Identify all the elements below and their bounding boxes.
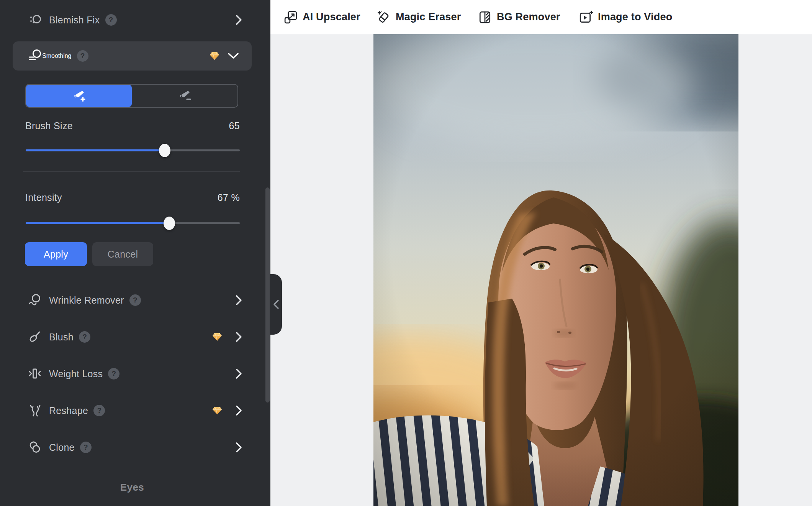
intensity-value: 67 % bbox=[218, 192, 240, 203]
section-header-eyes: Eyes bbox=[0, 481, 264, 493]
ai-upscaler-icon bbox=[284, 10, 298, 24]
premium-gem-icon bbox=[210, 51, 219, 61]
sidebar-item-blemish-fix[interactable]: Blemish Fix ? bbox=[0, 8, 270, 32]
weight-loss-icon bbox=[28, 366, 43, 381]
chevron-right-icon bbox=[236, 332, 242, 342]
sidebar-collapse-tab[interactable] bbox=[270, 274, 282, 335]
sidebar-item-reshape[interactable]: Reshape ? bbox=[0, 398, 270, 423]
apply-button[interactable]: Apply bbox=[25, 242, 87, 266]
portrait-photo-art bbox=[373, 34, 738, 506]
panel-divider bbox=[23, 171, 240, 172]
toolbar-item-label: AI Upscaler bbox=[303, 11, 360, 23]
portrait-photo[interactable] bbox=[373, 34, 738, 506]
help-icon[interactable]: ? bbox=[108, 368, 120, 380]
blush-icon bbox=[28, 329, 43, 345]
sidebar-item-smoothing[interactable]: Smoothing ? bbox=[13, 41, 252, 71]
brush-erase-button[interactable] bbox=[132, 85, 237, 107]
photo-editor-app: Blemish Fix ? Smoothing ? bbox=[0, 0, 812, 506]
premium-gem-icon bbox=[212, 332, 222, 342]
top-toolbar: AI Upscaler Magic Eraser BG Remover bbox=[270, 0, 812, 34]
chevron-left-icon bbox=[273, 300, 279, 309]
image-to-video-icon bbox=[579, 10, 593, 24]
chevron-right-icon bbox=[236, 442, 242, 452]
blemish-fix-icon bbox=[28, 12, 43, 28]
tool-label: Weight Loss bbox=[49, 368, 103, 380]
cancel-button[interactable]: Cancel bbox=[92, 242, 153, 266]
toolbar-item-magic-eraser[interactable]: Magic Eraser bbox=[377, 0, 461, 34]
brush-size-row: Brush Size 65 bbox=[25, 120, 240, 131]
chevron-right-icon bbox=[236, 369, 242, 379]
sidebar-item-wrinkle-remover[interactable]: Wrinkle Remover ? bbox=[0, 288, 270, 312]
intensity-row: Intensity 67 % bbox=[25, 192, 240, 203]
tool-label: Blush bbox=[49, 332, 74, 343]
tool-label: Blemish Fix bbox=[49, 15, 100, 26]
brush-size-slider[interactable] bbox=[26, 143, 240, 157]
brush-size-label: Brush Size bbox=[25, 120, 73, 131]
clone-icon bbox=[28, 440, 43, 455]
brush-add-icon bbox=[72, 89, 86, 103]
tools-sidebar: Blemish Fix ? Smoothing ? bbox=[0, 0, 270, 506]
magic-eraser-icon bbox=[377, 10, 391, 24]
brush-add-button[interactable] bbox=[26, 85, 132, 107]
toolbar-item-label: Magic Eraser bbox=[396, 11, 461, 23]
tool-label: Clone bbox=[49, 442, 75, 453]
brush-erase-icon bbox=[178, 89, 192, 103]
tool-label: Reshape bbox=[49, 405, 88, 416]
editing-canvas bbox=[270, 34, 812, 506]
wrinkle-remover-icon bbox=[28, 292, 43, 308]
chevron-right-icon bbox=[236, 15, 242, 25]
help-icon[interactable]: ? bbox=[105, 14, 117, 26]
reshape-icon bbox=[28, 403, 43, 418]
help-icon[interactable]: ? bbox=[79, 331, 90, 343]
help-icon[interactable]: ? bbox=[77, 50, 88, 62]
sidebar-scrollbar[interactable] bbox=[265, 187, 270, 402]
bg-remover-icon bbox=[478, 10, 492, 24]
intensity-label: Intensity bbox=[25, 192, 62, 203]
intensity-slider[interactable] bbox=[26, 216, 240, 230]
toolbar-item-bg-remover[interactable]: BG Remover bbox=[478, 0, 560, 34]
premium-gem-icon bbox=[212, 406, 222, 415]
brush-size-value: 65 bbox=[229, 120, 240, 131]
sidebar-item-weight-loss[interactable]: Weight Loss ? bbox=[0, 361, 270, 386]
brush-mode-toggle bbox=[25, 84, 238, 108]
toolbar-item-label: Image to Video bbox=[598, 11, 672, 23]
sidebar-item-blush[interactable]: Blush ? bbox=[0, 325, 270, 349]
smoothing-icon bbox=[28, 48, 42, 64]
toolbar-item-label: BG Remover bbox=[497, 11, 560, 23]
chevron-right-icon bbox=[236, 406, 242, 416]
sidebar-item-clone[interactable]: Clone ? bbox=[0, 435, 270, 460]
toolbar-item-image-to-video[interactable]: Image to Video bbox=[579, 0, 672, 34]
chevron-down-icon bbox=[228, 53, 239, 59]
tool-label: Wrinkle Remover bbox=[49, 295, 124, 306]
help-icon[interactable]: ? bbox=[93, 405, 105, 416]
toolbar-item-ai-upscaler[interactable]: AI Upscaler bbox=[284, 0, 360, 34]
help-icon[interactable]: ? bbox=[129, 294, 141, 306]
help-icon[interactable]: ? bbox=[80, 442, 92, 453]
chevron-right-icon bbox=[236, 295, 242, 305]
tool-label: Smoothing bbox=[42, 53, 72, 59]
slider-handle[interactable] bbox=[164, 217, 175, 230]
slider-handle[interactable] bbox=[159, 144, 170, 157]
